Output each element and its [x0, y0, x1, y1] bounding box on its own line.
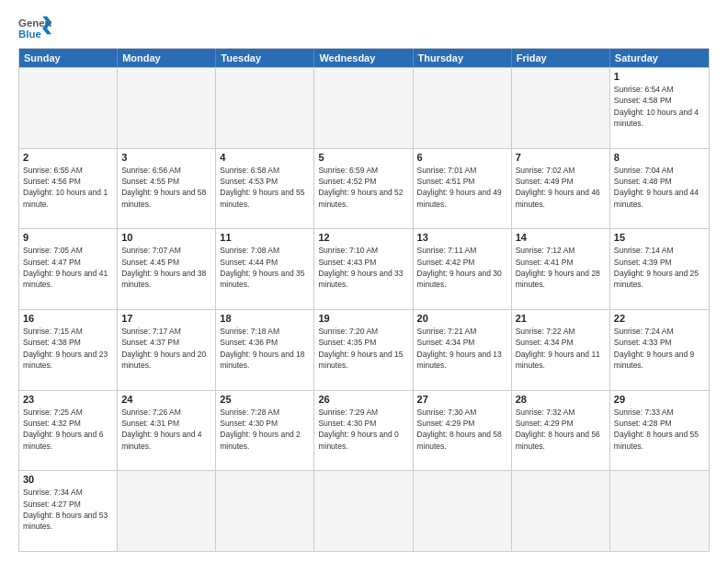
day-number: 5 — [318, 152, 408, 163]
sun-info: Sunrise: 7:02 AM Sunset: 4:49 PM Dayligh… — [516, 165, 606, 210]
calendar-cell-9: 9Sunrise: 7:05 AM Sunset: 4:47 PM Daylig… — [19, 229, 118, 309]
sun-info: Sunrise: 6:54 AM Sunset: 4:58 PM Dayligh… — [614, 84, 705, 129]
sun-info: Sunrise: 7:07 AM Sunset: 4:45 PM Dayligh… — [121, 245, 211, 290]
calendar-cell-29: 29Sunrise: 7:33 AM Sunset: 4:28 PM Dayli… — [610, 391, 709, 471]
calendar-row-1: 2Sunrise: 6:55 AM Sunset: 4:56 PM Daylig… — [19, 148, 709, 229]
day-number: 19 — [318, 313, 408, 324]
sun-info: Sunrise: 7:01 AM Sunset: 4:51 PM Dayligh… — [417, 165, 507, 210]
day-number: 10 — [121, 232, 211, 243]
sun-info: Sunrise: 7:11 AM Sunset: 4:42 PM Dayligh… — [417, 245, 507, 290]
calendar-cell-19: 19Sunrise: 7:20 AM Sunset: 4:35 PM Dayli… — [314, 310, 413, 390]
calendar-cell-4: 4Sunrise: 6:58 AM Sunset: 4:53 PM Daylig… — [216, 149, 314, 229]
sun-info: Sunrise: 7:25 AM Sunset: 4:32 PM Dayligh… — [23, 407, 113, 452]
sun-info: Sunrise: 7:14 AM Sunset: 4:39 PM Dayligh… — [614, 245, 705, 290]
sun-info: Sunrise: 7:20 AM Sunset: 4:35 PM Dayligh… — [318, 326, 408, 371]
calendar-cell-5: 5Sunrise: 6:59 AM Sunset: 4:52 PM Daylig… — [314, 149, 413, 229]
sun-info: Sunrise: 7:21 AM Sunset: 4:34 PM Dayligh… — [417, 326, 507, 371]
calendar-cell-23: 23Sunrise: 7:25 AM Sunset: 4:32 PM Dayli… — [19, 391, 118, 471]
calendar-body: 1Sunrise: 6:54 AM Sunset: 4:58 PM Daylig… — [19, 67, 709, 551]
calendar-cell-14: 14Sunrise: 7:12 AM Sunset: 4:41 PM Dayli… — [512, 229, 610, 309]
day-number: 25 — [220, 394, 310, 405]
svg-text:Blue: Blue — [18, 29, 41, 40]
sun-info: Sunrise: 7:05 AM Sunset: 4:47 PM Dayligh… — [23, 245, 113, 290]
calendar-cell-empty-5-6 — [610, 471, 709, 551]
header: General Blue — [18, 15, 710, 40]
sun-info: Sunrise: 7:22 AM Sunset: 4:34 PM Dayligh… — [516, 326, 606, 371]
calendar-cell-empty-5-4 — [414, 471, 512, 551]
day-number: 1 — [614, 71, 705, 82]
calendar-row-3: 16Sunrise: 7:15 AM Sunset: 4:38 PM Dayli… — [19, 309, 709, 390]
sun-info: Sunrise: 7:12 AM Sunset: 4:41 PM Dayligh… — [516, 245, 606, 290]
sun-info: Sunrise: 7:10 AM Sunset: 4:43 PM Dayligh… — [318, 245, 408, 290]
calendar-cell-10: 10Sunrise: 7:07 AM Sunset: 4:45 PM Dayli… — [118, 229, 216, 309]
sun-info: Sunrise: 7:24 AM Sunset: 4:33 PM Dayligh… — [614, 326, 705, 371]
calendar-cell-empty-5-2 — [216, 471, 314, 551]
calendar-cell-11: 11Sunrise: 7:08 AM Sunset: 4:44 PM Dayli… — [216, 229, 314, 309]
sun-info: Sunrise: 7:28 AM Sunset: 4:30 PM Dayligh… — [220, 407, 310, 452]
day-number: 8 — [614, 152, 705, 163]
sun-info: Sunrise: 7:32 AM Sunset: 4:29 PM Dayligh… — [516, 407, 606, 452]
logo: General Blue — [18, 15, 51, 40]
calendar-cell-empty-0-5 — [512, 68, 610, 148]
day-number: 20 — [417, 313, 507, 324]
day-number: 4 — [220, 152, 310, 163]
calendar-cell-12: 12Sunrise: 7:10 AM Sunset: 4:43 PM Dayli… — [314, 229, 413, 309]
calendar-cell-24: 24Sunrise: 7:26 AM Sunset: 4:31 PM Dayli… — [118, 391, 216, 471]
day-number: 30 — [23, 474, 113, 485]
day-number: 22 — [614, 313, 705, 324]
calendar-cell-27: 27Sunrise: 7:30 AM Sunset: 4:29 PM Dayli… — [414, 391, 512, 471]
weekday-header-tuesday: Tuesday — [216, 49, 314, 67]
sun-info: Sunrise: 7:18 AM Sunset: 4:36 PM Dayligh… — [220, 326, 310, 371]
sun-info: Sunrise: 7:26 AM Sunset: 4:31 PM Dayligh… — [121, 407, 211, 452]
sun-info: Sunrise: 7:34 AM Sunset: 4:27 PM Dayligh… — [23, 487, 113, 532]
day-number: 28 — [516, 394, 606, 405]
calendar: SundayMondayTuesdayWednesdayThursdayFrid… — [18, 48, 710, 552]
day-number: 11 — [220, 232, 310, 243]
calendar-row-5: 30Sunrise: 7:34 AM Sunset: 4:27 PM Dayli… — [19, 470, 709, 551]
calendar-cell-3: 3Sunrise: 6:56 AM Sunset: 4:55 PM Daylig… — [118, 149, 216, 229]
sun-info: Sunrise: 7:17 AM Sunset: 4:37 PM Dayligh… — [121, 326, 211, 371]
sun-info: Sunrise: 7:30 AM Sunset: 4:29 PM Dayligh… — [417, 407, 507, 452]
day-number: 7 — [516, 152, 606, 163]
weekday-header-friday: Friday — [512, 49, 610, 67]
day-number: 23 — [23, 394, 113, 405]
calendar-cell-7: 7Sunrise: 7:02 AM Sunset: 4:49 PM Daylig… — [512, 149, 610, 229]
calendar-cell-15: 15Sunrise: 7:14 AM Sunset: 4:39 PM Dayli… — [610, 229, 709, 309]
calendar-cell-empty-0-2 — [216, 68, 314, 148]
weekday-header-saturday: Saturday — [610, 49, 709, 67]
sun-info: Sunrise: 7:33 AM Sunset: 4:28 PM Dayligh… — [614, 407, 705, 452]
calendar-row-4: 23Sunrise: 7:25 AM Sunset: 4:32 PM Dayli… — [19, 390, 709, 471]
day-number: 17 — [121, 313, 211, 324]
day-number: 14 — [516, 232, 606, 243]
day-number: 15 — [614, 232, 705, 243]
calendar-cell-empty-5-5 — [512, 471, 610, 551]
weekday-header-sunday: Sunday — [19, 49, 118, 67]
calendar-cell-17: 17Sunrise: 7:17 AM Sunset: 4:37 PM Dayli… — [118, 310, 216, 390]
calendar-header: SundayMondayTuesdayWednesdayThursdayFrid… — [19, 49, 709, 67]
weekday-header-wednesday: Wednesday — [314, 49, 413, 67]
day-number: 6 — [417, 152, 507, 163]
day-number: 3 — [121, 152, 211, 163]
day-number: 21 — [516, 313, 606, 324]
day-number: 9 — [23, 232, 113, 243]
sun-info: Sunrise: 6:55 AM Sunset: 4:56 PM Dayligh… — [23, 165, 113, 210]
calendar-cell-empty-5-1 — [118, 471, 216, 551]
day-number: 2 — [23, 152, 113, 163]
sun-info: Sunrise: 6:56 AM Sunset: 4:55 PM Dayligh… — [121, 165, 211, 210]
day-number: 29 — [614, 394, 705, 405]
day-number: 26 — [318, 394, 408, 405]
day-number: 12 — [318, 232, 408, 243]
sun-info: Sunrise: 6:58 AM Sunset: 4:53 PM Dayligh… — [220, 165, 310, 210]
calendar-cell-30: 30Sunrise: 7:34 AM Sunset: 4:27 PM Dayli… — [19, 471, 118, 551]
calendar-row-0: 1Sunrise: 6:54 AM Sunset: 4:58 PM Daylig… — [19, 67, 709, 148]
sun-info: Sunrise: 7:15 AM Sunset: 4:38 PM Dayligh… — [23, 326, 113, 371]
calendar-cell-26: 26Sunrise: 7:29 AM Sunset: 4:30 PM Dayli… — [314, 391, 413, 471]
sun-info: Sunrise: 6:59 AM Sunset: 4:52 PM Dayligh… — [318, 165, 408, 210]
calendar-cell-25: 25Sunrise: 7:28 AM Sunset: 4:30 PM Dayli… — [216, 391, 314, 471]
calendar-cell-28: 28Sunrise: 7:32 AM Sunset: 4:29 PM Dayli… — [512, 391, 610, 471]
calendar-cell-2: 2Sunrise: 6:55 AM Sunset: 4:56 PM Daylig… — [19, 149, 118, 229]
calendar-cell-20: 20Sunrise: 7:21 AM Sunset: 4:34 PM Dayli… — [414, 310, 512, 390]
calendar-cell-8: 8Sunrise: 7:04 AM Sunset: 4:48 PM Daylig… — [610, 149, 709, 229]
calendar-cell-empty-0-4 — [414, 68, 512, 148]
calendar-cell-6: 6Sunrise: 7:01 AM Sunset: 4:51 PM Daylig… — [414, 149, 512, 229]
